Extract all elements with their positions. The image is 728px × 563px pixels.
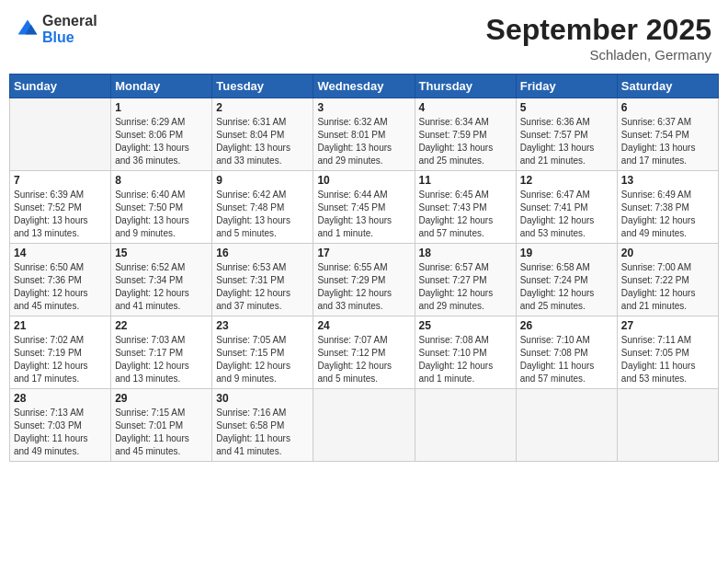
day-number: 26 <box>520 319 613 332</box>
calendar-table: SundayMondayTuesdayWednesdayThursdayFrid… <box>9 74 719 462</box>
calendar-cell: 1Sunrise: 6:29 AM Sunset: 8:06 PM Daylig… <box>111 98 212 171</box>
calendar-cell: 9Sunrise: 6:42 AM Sunset: 7:48 PM Daylig… <box>212 171 313 244</box>
logo: General Blue <box>17 13 97 45</box>
logo-blue-text: Blue <box>42 29 97 46</box>
day-info: Sunrise: 6:47 AM Sunset: 7:41 PM Dayligh… <box>520 189 613 240</box>
day-info: Sunrise: 6:42 AM Sunset: 7:48 PM Dayligh… <box>216 189 309 240</box>
calendar-cell: 5Sunrise: 6:36 AM Sunset: 7:57 PM Daylig… <box>516 98 617 171</box>
calendar-cell <box>516 389 617 462</box>
week-row-4: 21Sunrise: 7:02 AM Sunset: 7:19 PM Dayli… <box>10 316 719 389</box>
calendar-cell: 3Sunrise: 6:32 AM Sunset: 8:01 PM Daylig… <box>313 98 415 171</box>
weekday-header-wednesday: Wednesday <box>313 75 415 98</box>
calendar-cell: 21Sunrise: 7:02 AM Sunset: 7:19 PM Dayli… <box>10 316 111 389</box>
day-info: Sunrise: 6:40 AM Sunset: 7:50 PM Dayligh… <box>115 189 208 240</box>
day-number: 4 <box>419 101 512 114</box>
day-info: Sunrise: 6:36 AM Sunset: 7:57 PM Dayligh… <box>520 116 613 167</box>
calendar-cell: 13Sunrise: 6:49 AM Sunset: 7:38 PM Dayli… <box>617 171 718 244</box>
day-info: Sunrise: 7:08 AM Sunset: 7:10 PM Dayligh… <box>419 334 512 385</box>
page-header: General Blue September 2025 Schladen, Ge… <box>9 9 719 66</box>
day-number: 18 <box>419 247 512 259</box>
calendar-cell: 4Sunrise: 6:34 AM Sunset: 7:59 PM Daylig… <box>415 98 516 171</box>
day-info: Sunrise: 7:02 AM Sunset: 7:19 PM Dayligh… <box>14 334 107 385</box>
day-number: 12 <box>520 174 613 187</box>
week-row-3: 14Sunrise: 6:50 AM Sunset: 7:36 PM Dayli… <box>10 244 719 316</box>
day-info: Sunrise: 6:58 AM Sunset: 7:24 PM Dayligh… <box>520 261 613 313</box>
day-info: Sunrise: 6:57 AM Sunset: 7:27 PM Dayligh… <box>419 261 512 313</box>
day-number: 6 <box>621 101 714 114</box>
calendar-cell: 17Sunrise: 6:55 AM Sunset: 7:29 PM Dayli… <box>313 244 415 316</box>
weekday-header-row: SundayMondayTuesdayWednesdayThursdayFrid… <box>10 75 719 98</box>
day-info: Sunrise: 6:34 AM Sunset: 7:59 PM Dayligh… <box>419 116 512 167</box>
day-info: Sunrise: 7:13 AM Sunset: 7:03 PM Dayligh… <box>14 407 107 458</box>
day-number: 16 <box>216 247 309 259</box>
week-row-2: 7Sunrise: 6:39 AM Sunset: 7:52 PM Daylig… <box>10 171 719 244</box>
day-number: 8 <box>115 174 208 187</box>
location-title: Schladen, Germany <box>486 47 711 63</box>
calendar-cell: 29Sunrise: 7:15 AM Sunset: 7:01 PM Dayli… <box>111 389 212 462</box>
day-info: Sunrise: 6:37 AM Sunset: 7:54 PM Dayligh… <box>621 116 714 167</box>
calendar-cell: 24Sunrise: 7:07 AM Sunset: 7:12 PM Dayli… <box>313 316 415 389</box>
calendar-cell <box>10 98 111 171</box>
day-number: 30 <box>216 392 309 405</box>
day-number: 28 <box>14 392 107 405</box>
calendar-cell: 12Sunrise: 6:47 AM Sunset: 7:41 PM Dayli… <box>516 171 617 244</box>
calendar-cell <box>415 389 516 462</box>
day-number: 25 <box>419 319 512 332</box>
day-info: Sunrise: 7:03 AM Sunset: 7:17 PM Dayligh… <box>115 334 208 385</box>
calendar-cell: 16Sunrise: 6:53 AM Sunset: 7:31 PM Dayli… <box>212 244 313 316</box>
day-info: Sunrise: 6:49 AM Sunset: 7:38 PM Dayligh… <box>621 189 714 240</box>
calendar-cell <box>313 389 415 462</box>
calendar-cell: 26Sunrise: 7:10 AM Sunset: 7:08 PM Dayli… <box>516 316 617 389</box>
title-block: September 2025 Schladen, Germany <box>486 13 711 63</box>
week-row-5: 28Sunrise: 7:13 AM Sunset: 7:03 PM Dayli… <box>10 389 719 462</box>
day-info: Sunrise: 6:39 AM Sunset: 7:52 PM Dayligh… <box>14 189 107 240</box>
day-number: 20 <box>621 247 714 259</box>
day-info: Sunrise: 6:50 AM Sunset: 7:36 PM Dayligh… <box>14 261 107 313</box>
day-info: Sunrise: 6:52 AM Sunset: 7:34 PM Dayligh… <box>115 261 208 313</box>
day-number: 21 <box>14 319 107 332</box>
calendar-cell: 19Sunrise: 6:58 AM Sunset: 7:24 PM Dayli… <box>516 244 617 316</box>
calendar-cell: 23Sunrise: 7:05 AM Sunset: 7:15 PM Dayli… <box>212 316 313 389</box>
calendar-cell: 2Sunrise: 6:31 AM Sunset: 8:04 PM Daylig… <box>212 98 313 171</box>
week-row-1: 1Sunrise: 6:29 AM Sunset: 8:06 PM Daylig… <box>10 98 719 171</box>
day-info: Sunrise: 6:53 AM Sunset: 7:31 PM Dayligh… <box>216 261 309 313</box>
day-info: Sunrise: 6:45 AM Sunset: 7:43 PM Dayligh… <box>419 189 512 240</box>
day-info: Sunrise: 6:55 AM Sunset: 7:29 PM Dayligh… <box>317 261 410 313</box>
calendar-cell: 30Sunrise: 7:16 AM Sunset: 6:58 PM Dayli… <box>212 389 313 462</box>
calendar-cell: 15Sunrise: 6:52 AM Sunset: 7:34 PM Dayli… <box>111 244 212 316</box>
day-number: 22 <box>115 319 208 332</box>
day-number: 9 <box>216 174 309 187</box>
calendar-cell: 10Sunrise: 6:44 AM Sunset: 7:45 PM Dayli… <box>313 171 415 244</box>
day-info: Sunrise: 7:07 AM Sunset: 7:12 PM Dayligh… <box>317 334 410 385</box>
weekday-header-saturday: Saturday <box>617 75 718 98</box>
calendar-cell: 11Sunrise: 6:45 AM Sunset: 7:43 PM Dayli… <box>415 171 516 244</box>
day-number: 19 <box>520 247 613 259</box>
weekday-header-sunday: Sunday <box>10 75 111 98</box>
day-number: 3 <box>317 101 410 114</box>
calendar-cell <box>617 389 718 462</box>
day-number: 10 <box>317 174 410 187</box>
weekday-header-tuesday: Tuesday <box>212 75 313 98</box>
calendar-cell: 28Sunrise: 7:13 AM Sunset: 7:03 PM Dayli… <box>10 389 111 462</box>
day-info: Sunrise: 7:11 AM Sunset: 7:05 PM Dayligh… <box>621 334 714 385</box>
calendar-cell: 20Sunrise: 7:00 AM Sunset: 7:22 PM Dayli… <box>617 244 718 316</box>
day-info: Sunrise: 6:31 AM Sunset: 8:04 PM Dayligh… <box>216 116 309 167</box>
day-number: 27 <box>621 319 714 332</box>
day-number: 5 <box>520 101 613 114</box>
day-number: 29 <box>115 392 208 405</box>
calendar-cell: 8Sunrise: 6:40 AM Sunset: 7:50 PM Daylig… <box>111 171 212 244</box>
calendar-cell: 25Sunrise: 7:08 AM Sunset: 7:10 PM Dayli… <box>415 316 516 389</box>
day-number: 24 <box>317 319 410 332</box>
day-info: Sunrise: 7:10 AM Sunset: 7:08 PM Dayligh… <box>520 334 613 385</box>
weekday-header-monday: Monday <box>111 75 212 98</box>
calendar-cell: 7Sunrise: 6:39 AM Sunset: 7:52 PM Daylig… <box>10 171 111 244</box>
day-info: Sunrise: 6:32 AM Sunset: 8:01 PM Dayligh… <box>317 116 410 167</box>
day-number: 17 <box>317 247 410 259</box>
day-number: 11 <box>419 174 512 187</box>
calendar-cell: 22Sunrise: 7:03 AM Sunset: 7:17 PM Dayli… <box>111 316 212 389</box>
day-info: Sunrise: 7:05 AM Sunset: 7:15 PM Dayligh… <box>216 334 309 385</box>
month-title: September 2025 <box>486 13 711 47</box>
day-info: Sunrise: 7:15 AM Sunset: 7:01 PM Dayligh… <box>115 407 208 458</box>
day-number: 2 <box>216 101 309 114</box>
day-number: 7 <box>14 174 107 187</box>
